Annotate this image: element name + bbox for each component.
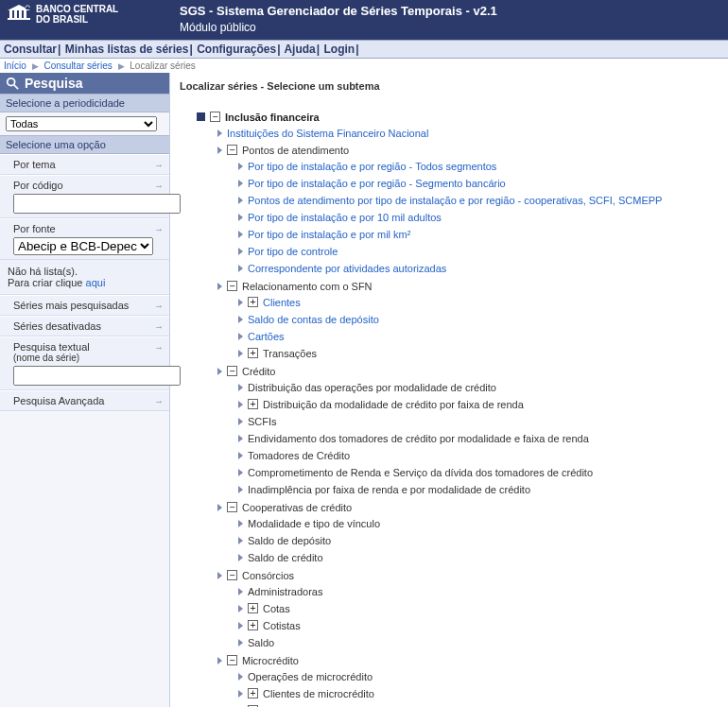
option-mais-pesquisadas[interactable]: Séries mais pesquisadas → <box>0 295 169 316</box>
option-desativadas[interactable]: Séries desativadas → <box>0 316 169 336</box>
tree-item[interactable]: Saldo de contas de depósito <box>248 312 379 327</box>
tree-group-micro[interactable]: Microcrédito <box>242 653 299 668</box>
caret-icon <box>238 639 243 647</box>
tree-item[interactable]: Cartões <box>248 329 285 344</box>
option-mais-pesq-label: Séries mais pesquisadas <box>13 300 129 311</box>
collapse-icon[interactable]: − <box>227 366 237 376</box>
caret-icon <box>238 605 243 612</box>
menu-ajuda[interactable]: Ajuda <box>284 43 315 56</box>
tree-item[interactable]: Tomadores de Crédito <box>248 448 350 463</box>
caret-icon <box>238 469 243 476</box>
caret-icon <box>238 316 243 323</box>
collapse-icon[interactable]: − <box>227 655 237 665</box>
option-por-codigo[interactable]: Por código → <box>0 175 169 218</box>
tree-item[interactable]: Inadimplência <box>263 703 327 707</box>
tree-item[interactable]: Por tipo de instalação e por 10 mil adul… <box>248 210 442 225</box>
go-icon: → <box>154 181 164 191</box>
tree-group-coop[interactable]: Cooperativas de crédito <box>242 500 352 515</box>
expand-icon[interactable]: + <box>248 399 258 409</box>
collapse-icon[interactable]: − <box>227 281 237 291</box>
tree-item[interactable]: Transações <box>263 346 317 361</box>
tree-item[interactable]: Operações de microcrédito <box>248 669 373 684</box>
collapse-icon[interactable]: − <box>210 112 220 122</box>
lista-note-2: Para criar clique <box>8 277 86 288</box>
caret-icon <box>238 622 243 629</box>
go-icon: → <box>154 224 164 234</box>
app-header: BANCO CENTRAL DO BRASIL SGS - Sistema Ge… <box>0 0 728 40</box>
menu-consultar[interactable]: Consultar <box>4 43 57 56</box>
tree-item[interactable]: Administradoras <box>248 584 322 599</box>
tree-item[interactable]: Saldo de crédito <box>248 550 323 565</box>
tree-item[interactable]: Por tipo de instalação e por região - To… <box>248 159 496 174</box>
breadcrumb-arrow-icon: ▶ <box>115 61 128 71</box>
menu-login[interactable]: Login <box>323 43 355 56</box>
tree-item[interactable]: Modalidade e tipo de vínculo <box>248 516 380 531</box>
tree-item-instituicoes[interactable]: Instituições do Sistema Financeiro Nacio… <box>227 126 428 141</box>
fonte-select[interactable]: Abecip e BCB-Depec <box>13 237 153 255</box>
caret-icon <box>238 690 243 698</box>
option-avancada[interactable]: Pesquisa Avançada → <box>0 390 169 411</box>
go-icon: → <box>154 396 164 406</box>
periodicidade-select[interactable]: Todas <box>6 116 157 131</box>
tree-item[interactable]: Saldo <box>248 635 274 650</box>
tree-item[interactable]: Distribuição das operações por modalidad… <box>248 380 496 395</box>
app-subtitle: Módulo público <box>180 21 256 34</box>
option-por-fonte[interactable]: Por fonte → Abecip e BCB-Depec <box>0 218 169 260</box>
tree-group-consorcios[interactable]: Consórcios <box>242 568 294 583</box>
theme-tree: − Inclusão financeira Instituições do Si… <box>180 109 719 707</box>
tree-group-credito[interactable]: Crédito <box>242 364 275 379</box>
collapse-icon[interactable]: − <box>227 570 237 580</box>
breadcrumb-home[interactable]: Início <box>4 60 26 71</box>
tree-item[interactable]: Endividamento dos tomadores de crédito p… <box>248 431 589 446</box>
tree-item[interactable]: Por tipo de instalação e por mil km² <box>248 227 410 242</box>
expand-icon[interactable]: + <box>248 297 258 307</box>
criar-lista-link[interactable]: aqui <box>86 277 106 288</box>
tree-item[interactable]: Comprometimento de Renda e Serviço da dí… <box>248 465 593 480</box>
caret-icon <box>238 163 243 170</box>
main-panel: Localizar séries - Selecione um subtema … <box>170 73 728 707</box>
tree-item[interactable]: Por tipo de instalação e por região - Se… <box>248 176 506 191</box>
caret-icon <box>238 248 243 255</box>
tree-item[interactable]: Cotistas <box>263 618 301 633</box>
option-pesquisa-textual[interactable]: Pesquisa textual → (nome da série) <box>0 336 169 390</box>
tree-item[interactable]: Por tipo de controle <box>248 244 338 259</box>
expand-icon[interactable]: + <box>248 603 258 613</box>
tree-group-sfn[interactable]: Relacionamento com o SFN <box>242 279 373 294</box>
option-por-codigo-label: Por código <box>13 180 63 191</box>
caret-icon <box>217 504 222 511</box>
bcb-logo-icon <box>8 5 30 24</box>
tree-item[interactable]: Clientes de microcrédito <box>263 686 374 701</box>
collapse-icon[interactable]: − <box>227 145 237 155</box>
caret-icon <box>238 418 243 425</box>
caret-icon <box>238 554 243 561</box>
logo-text-1: BANCO CENTRAL <box>36 4 118 14</box>
svg-rect-4 <box>24 10 26 18</box>
tree-item[interactable]: Clientes <box>263 295 301 310</box>
caret-icon <box>238 452 243 459</box>
tree-item[interactable]: Distribuição da modalidade de crédito po… <box>263 397 524 412</box>
tree-item[interactable]: Cotas <box>263 601 290 616</box>
expand-icon[interactable]: + <box>248 348 258 358</box>
tree-group-pontos[interactable]: Pontos de atendimento <box>242 143 349 158</box>
search-icon <box>6 77 19 90</box>
breadcrumb-consultar[interactable]: Consultar séries <box>43 60 112 71</box>
caret-icon <box>217 129 222 137</box>
option-por-tema[interactable]: Por tema → <box>0 154 169 175</box>
tree-item[interactable]: SCFIs <box>248 414 277 429</box>
expand-icon[interactable]: + <box>248 620 258 630</box>
menubar: Consultar| Minhas listas de séries| Conf… <box>0 40 728 59</box>
menu-configuracoes[interactable]: Configurações <box>197 43 276 56</box>
codigo-input[interactable] <box>13 194 181 214</box>
go-icon: → <box>154 301 164 311</box>
textual-input[interactable] <box>13 366 181 386</box>
menu-minhas-listas[interactable]: Minhas listas de séries <box>65 43 189 56</box>
expand-icon[interactable]: + <box>248 688 258 698</box>
caret-icon <box>217 572 222 579</box>
tree-root[interactable]: Inclusão financeira <box>225 110 320 125</box>
tree-item[interactable]: Pontos de atendimento por tipo de instal… <box>248 193 662 208</box>
tree-item[interactable]: Saldo de depósito <box>248 533 331 548</box>
tree-item[interactable]: Inadimplência por faixa de renda e por m… <box>248 482 530 497</box>
collapse-icon[interactable]: − <box>227 502 237 512</box>
lista-note: Não há lista(s). Para criar clique aqui <box>0 260 169 295</box>
tree-item[interactable]: Correspondente por atividades autorizada… <box>248 261 446 276</box>
